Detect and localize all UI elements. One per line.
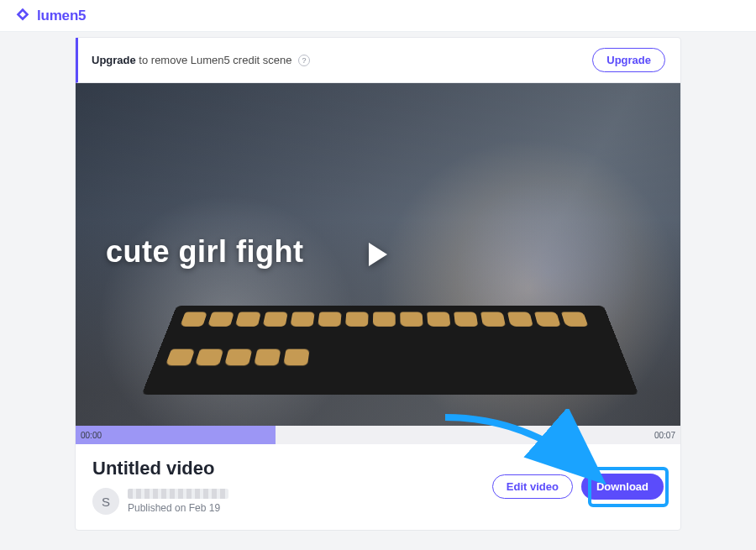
play-icon[interactable] xyxy=(369,243,387,266)
author-row: S Published on Feb 19 xyxy=(92,488,228,515)
author-name-redacted xyxy=(128,489,228,499)
meta-row: Untitled video S Published on Feb 19 Edi… xyxy=(76,444,680,530)
video-overlay-text: cute girl fight xyxy=(106,234,304,270)
avatar: S xyxy=(92,488,119,515)
author-meta: Published on Feb 19 xyxy=(128,489,228,514)
upgrade-rest: to remove Lumen5 credit scene xyxy=(136,54,292,66)
upgrade-text: Upgrade to remove Lumen5 credit scene ? xyxy=(92,54,310,67)
progress-bar[interactable]: 00:00 00:07 xyxy=(76,426,680,444)
content-area: Upgrade to remove Lumen5 credit scene ? … xyxy=(0,32,756,531)
download-button[interactable]: Download xyxy=(581,474,664,500)
video-frame-tray xyxy=(141,306,639,395)
brand-name: lumen5 xyxy=(37,8,86,24)
video-title: Untitled video xyxy=(92,458,228,479)
video-player[interactable]: cute girl fight xyxy=(76,83,680,426)
actions: Edit video Download xyxy=(492,474,664,500)
upgrade-banner: Upgrade to remove Lumen5 credit scene ? … xyxy=(76,38,680,83)
time-elapsed: 00:00 xyxy=(81,431,102,440)
published-date: Published on Feb 19 xyxy=(128,502,228,514)
topbar: lumen5 xyxy=(0,0,756,32)
upgrade-bold: Upgrade xyxy=(92,54,136,66)
progress-fill xyxy=(76,426,276,444)
time-total: 00:07 xyxy=(654,431,675,440)
help-icon[interactable]: ? xyxy=(298,55,310,66)
edit-video-button[interactable]: Edit video xyxy=(492,474,573,499)
lumen5-logo-icon xyxy=(13,7,32,25)
upgrade-button[interactable]: Upgrade xyxy=(592,48,665,72)
meta-left: Untitled video S Published on Feb 19 xyxy=(92,458,228,515)
video-card: Upgrade to remove Lumen5 credit scene ? … xyxy=(75,37,681,531)
